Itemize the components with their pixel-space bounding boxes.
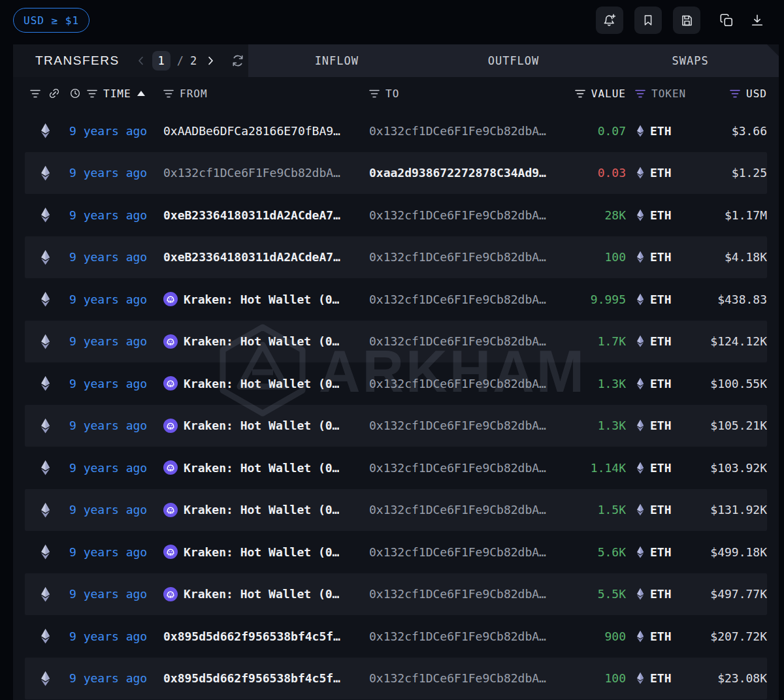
token-label[interactable]: ETH xyxy=(650,419,672,432)
from-address[interactable]: Kraken: Hot Wallet (0… xyxy=(184,293,339,306)
token-filter-icon[interactable] xyxy=(635,89,645,98)
bookmark-button[interactable] xyxy=(634,7,662,34)
token-label[interactable]: ETH xyxy=(650,166,672,180)
alert-add-button[interactable] xyxy=(596,7,623,34)
to-address[interactable]: 0x132cf1DCe6F1Fe9Cb82dbA… xyxy=(369,419,546,432)
column-header-token[interactable]: TOKEN xyxy=(651,88,686,100)
from-address[interactable]: 0x895d5d662f956538bf4c5f… xyxy=(163,671,340,685)
to-address[interactable]: 0x132cf1DCe6F1Fe9Cb82dbA… xyxy=(369,461,546,475)
from-address[interactable]: 0xAADBe6DFCa28166E70fBA9… xyxy=(163,124,340,138)
from-address[interactable]: Kraken: Hot Wallet (0… xyxy=(184,503,339,517)
transfer-time-link[interactable]: 9 years ago xyxy=(69,503,147,517)
token-label[interactable]: ETH xyxy=(650,629,672,643)
sort-asc-icon[interactable] xyxy=(137,91,145,96)
token-label[interactable]: ETH xyxy=(650,124,672,138)
transfer-time-link[interactable]: 9 years ago xyxy=(69,377,147,390)
to-address[interactable]: 0x132cf1DCe6F1Fe9Cb82dbA… xyxy=(369,208,546,222)
token-label[interactable]: ETH xyxy=(650,377,672,390)
page-current[interactable]: 1 xyxy=(152,51,171,71)
transfer-time-link[interactable]: 9 years ago xyxy=(69,334,147,348)
clock-icon[interactable] xyxy=(69,88,81,99)
transfer-time-link[interactable]: 9 years ago xyxy=(69,166,147,180)
transfer-time-link[interactable]: 9 years ago xyxy=(69,545,147,559)
table-row[interactable]: 9 years ago Kraken: Hot Wallet (0… 0x132… xyxy=(25,321,767,363)
transfer-time-link[interactable]: 9 years ago xyxy=(69,419,147,432)
from-address[interactable]: Kraken: Hot Wallet (0… xyxy=(184,334,339,348)
from-address[interactable]: Kraken: Hot Wallet (0… xyxy=(184,545,339,559)
token-label[interactable]: ETH xyxy=(650,671,672,685)
to-address[interactable]: 0x132cf1DCe6F1Fe9Cb82dbA… xyxy=(369,334,546,348)
table-row[interactable]: 9 years ago 0xAADBe6DFCa28166E70fBA9… 0x… xyxy=(25,110,767,152)
from-address[interactable]: 0xeB23364180311dA2ACdeA7… xyxy=(163,208,340,222)
to-address[interactable]: 0x132cf1DCe6F1Fe9Cb82dbA… xyxy=(369,503,546,517)
column-header-value[interactable]: VALUE xyxy=(591,88,626,100)
column-header-to[interactable]: TO xyxy=(385,88,399,100)
refresh-button[interactable] xyxy=(231,54,245,68)
transfer-time-link[interactable]: 9 years ago xyxy=(69,250,147,264)
chain-filter-icon[interactable] xyxy=(30,89,41,98)
to-address[interactable]: 0x132cf1DCe6F1Fe9Cb82dbA… xyxy=(369,629,546,643)
token-label[interactable]: ETH xyxy=(650,293,672,306)
table-row[interactable]: 9 years ago Kraken: Hot Wallet (0… 0x132… xyxy=(25,362,767,405)
from-address[interactable]: Kraken: Hot Wallet (0… xyxy=(184,587,339,601)
time-filter-icon[interactable] xyxy=(87,89,97,98)
token-label[interactable]: ETH xyxy=(650,587,672,601)
from-address[interactable]: 0x895d5d662f956538bf4c5f… xyxy=(163,629,340,643)
tab-swaps[interactable]: SWAPS xyxy=(602,44,779,77)
token-label[interactable]: ETH xyxy=(650,545,672,559)
to-address[interactable]: 0x132cf1DCe6F1Fe9Cb82dbA… xyxy=(369,293,546,306)
from-address[interactable]: Kraken: Hot Wallet (0… xyxy=(184,461,339,475)
download-button[interactable] xyxy=(747,7,767,34)
to-address[interactable]: 0x132cf1DCe6F1Fe9Cb82dbA… xyxy=(369,671,546,685)
token-label[interactable]: ETH xyxy=(650,503,672,517)
table-row[interactable]: 9 years ago Kraken: Hot Wallet (0… 0x132… xyxy=(25,531,767,573)
from-address[interactable]: 0xeB23364180311dA2ACdeA7… xyxy=(163,250,340,264)
column-header-from[interactable]: FROM xyxy=(180,88,208,100)
tab-inflow[interactable]: INFLOW xyxy=(248,44,425,77)
table-row[interactable]: 9 years ago 0x895d5d662f956538bf4c5f… 0x… xyxy=(25,658,767,700)
to-filter-icon[interactable] xyxy=(369,89,380,98)
usd-value: $1.25 xyxy=(732,166,767,180)
table-row[interactable]: 9 years ago Kraken: Hot Wallet (0… 0x132… xyxy=(25,447,767,489)
token-label[interactable]: ETH xyxy=(650,250,672,264)
table-row[interactable]: 9 years ago 0x132cf1DCe6F1Fe9Cb82dbA… 0x… xyxy=(25,152,767,195)
page-prev-button[interactable] xyxy=(135,55,147,67)
usd-filter-icon[interactable] xyxy=(730,89,740,98)
value-filter-icon[interactable] xyxy=(575,89,585,98)
from-filter-icon[interactable] xyxy=(163,89,174,98)
from-address[interactable]: Kraken: Hot Wallet (0… xyxy=(184,377,339,390)
transfer-time-link[interactable]: 9 years ago xyxy=(69,587,147,601)
save-button[interactable] xyxy=(673,7,700,34)
usd-filter-pill[interactable]: USD ≥ $1 xyxy=(13,8,90,33)
transfer-time-link[interactable]: 9 years ago xyxy=(69,124,147,138)
transfer-time-link[interactable]: 9 years ago xyxy=(69,671,147,685)
to-address[interactable]: 0x132cf1DCe6F1Fe9Cb82dbA… xyxy=(369,250,546,264)
from-address[interactable]: Kraken: Hot Wallet (0… xyxy=(184,419,339,432)
transfer-time-link[interactable]: 9 years ago xyxy=(69,461,147,475)
to-address[interactable]: 0x132cf1DCe6F1Fe9Cb82dbA… xyxy=(369,587,546,601)
table-row[interactable]: 9 years ago Kraken: Hot Wallet (0… 0x132… xyxy=(25,405,767,447)
column-header-time[interactable]: TIME xyxy=(103,88,131,100)
to-address[interactable]: 0x132cf1DCe6F1Fe9Cb82dbA… xyxy=(369,377,546,390)
link-icon[interactable] xyxy=(48,88,60,99)
table-row[interactable]: 9 years ago Kraken: Hot Wallet (0… 0x132… xyxy=(25,489,767,532)
to-address[interactable]: 0xaa2d938672272878C34Ad9… xyxy=(369,166,546,180)
table-row[interactable]: 9 years ago Kraken: Hot Wallet (0… 0x132… xyxy=(25,278,767,321)
to-address[interactable]: 0x132cf1DCe6F1Fe9Cb82dbA… xyxy=(369,124,546,138)
table-row[interactable]: 9 years ago 0x895d5d662f956538bf4c5f… 0x… xyxy=(25,615,767,658)
token-label[interactable]: ETH xyxy=(650,334,672,348)
table-row[interactable]: 9 years ago 0xeB23364180311dA2ACdeA7… 0x… xyxy=(25,194,767,236)
token-label[interactable]: ETH xyxy=(650,208,672,222)
transfer-time-link[interactable]: 9 years ago xyxy=(69,293,147,306)
column-header-usd[interactable]: USD xyxy=(746,88,767,100)
copy-button[interactable] xyxy=(717,7,736,34)
table-row[interactable]: 9 years ago Kraken: Hot Wallet (0… 0x132… xyxy=(25,573,767,616)
transfer-time-link[interactable]: 9 years ago xyxy=(69,208,147,222)
page-next-button[interactable] xyxy=(204,55,216,67)
from-address[interactable]: 0x132cf1DCe6F1Fe9Cb82dbA… xyxy=(163,166,340,180)
transfer-time-link[interactable]: 9 years ago xyxy=(69,629,147,643)
tab-outflow[interactable]: OUTFLOW xyxy=(425,44,602,77)
token-label[interactable]: ETH xyxy=(650,461,672,475)
to-address[interactable]: 0x132cf1DCe6F1Fe9Cb82dbA… xyxy=(369,545,546,559)
table-row[interactable]: 9 years ago 0xeB23364180311dA2ACdeA7… 0x… xyxy=(25,236,767,279)
